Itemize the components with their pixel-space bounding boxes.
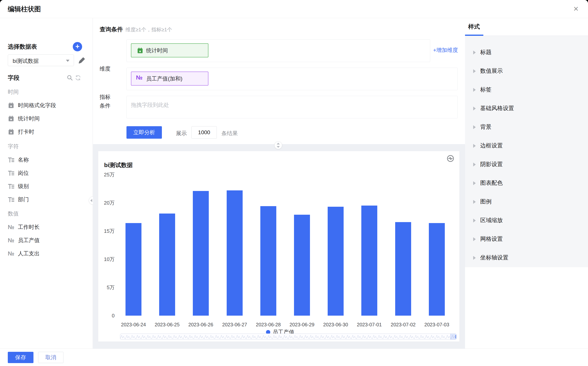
query-hint: 维度≥1个，指标≥1个	[125, 26, 172, 33]
metric-pill[interactable]: № 员工产值(加和)	[131, 72, 208, 85]
dataset-sidebar: 选择数据表 + bi测试数据 字段 时间时间格式化字段统计时间打卡时字符名称岗位…	[0, 18, 93, 349]
datazoom-handle[interactable]	[455, 335, 456, 338]
panel-splitter-handle[interactable]	[274, 141, 282, 149]
main-area: 查询条件 维度≥1个，指标≥1个 维度 统计时间 +增加维度 指标 № 员工产值…	[93, 18, 465, 349]
style-option-10[interactable]: 区域缩放	[465, 211, 588, 230]
style-option-1[interactable]: 标题	[465, 43, 588, 62]
cancel-button[interactable]: 取消	[38, 352, 63, 363]
result-suffix-label: 条结果	[221, 130, 238, 137]
style-option-label: 坐标轴设置	[480, 254, 508, 262]
style-option-2[interactable]: 数值展示	[465, 62, 588, 81]
field-item[interactable]: 时间格式化字段	[8, 99, 86, 112]
bar[interactable]	[294, 215, 310, 316]
save-button[interactable]: 保存	[8, 352, 33, 363]
field-item[interactable]: 岗位	[8, 167, 86, 180]
field-item-label: 员工产值	[18, 237, 40, 244]
text-field-icon	[8, 170, 14, 176]
bar[interactable]	[193, 191, 209, 316]
dimension-label: 维度	[100, 65, 110, 73]
style-option-4[interactable]: 基础风格设置	[465, 99, 588, 118]
datazoom-slider[interactable]	[120, 334, 457, 340]
field-group-label: 字符	[8, 143, 19, 150]
dimension-pill[interactable]: 统计时间	[131, 43, 208, 57]
dialog-header: 编辑柱状图 ×	[0, 0, 588, 18]
y-axis-tick: 10万	[97, 256, 115, 263]
collapse-arrow-icon	[473, 256, 476, 260]
x-axis-label: 2023-06-27	[217, 322, 252, 328]
numero-icon: №	[8, 236, 14, 244]
metric-dropzone[interactable]: № 员工产值(加和)	[126, 68, 458, 90]
edit-dataset-button[interactable]	[78, 56, 86, 65]
field-item-label: 级别	[18, 183, 29, 190]
numero-icon: №	[136, 74, 142, 81]
x-axis-label: 2023-07-01	[352, 322, 387, 328]
y-axis-tick: 0	[97, 313, 115, 319]
bar[interactable]	[125, 223, 141, 316]
bar[interactable]	[159, 214, 175, 316]
style-panel: 样式 标题数值展示标签基础风格设置背景边框设置阴影设置图表配色图例区域缩放网格设…	[465, 18, 588, 349]
caret-up-icon	[277, 143, 280, 145]
calendar-icon	[8, 129, 14, 135]
style-option-11[interactable]: 网格设置	[465, 230, 588, 249]
field-item[interactable]: №员工产值	[8, 234, 86, 247]
collapse-arrow-icon	[473, 144, 476, 148]
field-group-label: 时间	[8, 88, 19, 96]
pulse-icon	[447, 155, 454, 162]
dataset-dropdown[interactable]: bi测试数据	[8, 54, 74, 66]
condition-dropzone[interactable]	[126, 96, 458, 118]
condition-label: 条件	[100, 102, 110, 109]
refresh-fields-button[interactable]	[75, 75, 81, 81]
analyze-button[interactable]: 立即分析	[126, 126, 162, 139]
field-item[interactable]: 名称	[8, 153, 86, 167]
x-axis-label: 2023-06-25	[150, 322, 185, 328]
field-item[interactable]: №工作时长	[8, 221, 86, 234]
result-count-input[interactable]: 1000	[192, 126, 217, 139]
y-axis-tick: 15万	[97, 228, 115, 235]
style-option-7[interactable]: 阴影设置	[465, 155, 588, 174]
style-option-label: 网格设置	[480, 235, 503, 243]
field-item-label: 时间格式化字段	[18, 102, 56, 109]
bar[interactable]	[429, 223, 445, 316]
x-axis-label: 2023-06-30	[318, 322, 353, 328]
add-dataset-button[interactable]: +	[73, 42, 82, 51]
chart-type-button[interactable]	[447, 155, 454, 162]
bar[interactable]	[260, 206, 276, 316]
field-item-label: 工作时长	[18, 224, 40, 231]
field-item[interactable]: 部门	[8, 193, 86, 206]
search-fields-button[interactable]	[67, 75, 73, 81]
close-icon[interactable]: ×	[571, 4, 581, 14]
bar[interactable]	[328, 207, 344, 316]
text-field-icon	[8, 196, 14, 203]
text-field-icon	[8, 157, 14, 163]
tab-style[interactable]: 样式	[468, 23, 480, 31]
style-option-label: 区域缩放	[480, 216, 503, 224]
style-option-8[interactable]: 图表配色	[465, 174, 588, 192]
style-option-6[interactable]: 边框设置	[465, 137, 588, 155]
field-item[interactable]: №人工支出	[8, 247, 86, 260]
bar[interactable]	[395, 222, 411, 316]
style-option-9[interactable]: 图例	[465, 192, 588, 211]
field-item[interactable]: 打卡时	[8, 125, 86, 138]
bar[interactable]	[361, 206, 377, 316]
style-option-label: 边框设置	[480, 142, 503, 150]
datazoom-window[interactable]	[450, 334, 456, 340]
dialog-footer: 保存 取消	[0, 349, 588, 366]
style-option-12[interactable]: 坐标轴设置	[465, 249, 588, 267]
refresh-icon	[75, 75, 81, 81]
collapse-arrow-icon	[473, 200, 476, 204]
field-item[interactable]: 统计时间	[8, 112, 86, 125]
field-item[interactable]: 级别	[8, 180, 86, 193]
add-dimension-link[interactable]: +增加维度	[433, 46, 458, 54]
style-option-3[interactable]: 标签	[465, 81, 588, 99]
query-panel: 查询条件 维度≥1个，指标≥1个 维度 统计时间 +增加维度 指标 № 员工产值…	[93, 18, 465, 144]
style-option-label: 背景	[480, 123, 491, 131]
dimension-dropzone[interactable]: 统计时间	[126, 39, 430, 62]
metric-pill-label: 员工产值(加和)	[146, 75, 183, 83]
style-options-list: 标题数值展示标签基础风格设置背景边框设置阴影设置图表配色图例区域缩放网格设置坐标…	[465, 36, 588, 267]
x-axis-label: 2023-06-24	[116, 322, 151, 328]
x-axis-label: 2023-07-02	[386, 322, 421, 328]
chart-card: bi测试数据 25万20万15万10万5万0 2023-06-242023-06…	[98, 151, 460, 342]
bar[interactable]	[227, 191, 243, 316]
collapse-arrow-icon	[473, 163, 476, 167]
style-option-5[interactable]: 背景	[465, 118, 588, 137]
